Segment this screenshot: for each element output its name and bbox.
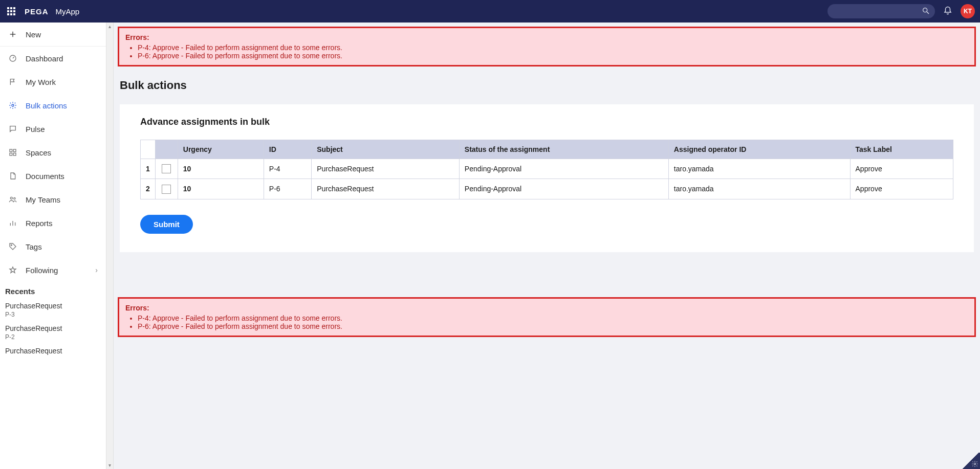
gear-icon [8, 101, 17, 110]
sidebar-item-label: Tags [26, 242, 42, 251]
recents-header: Recents [0, 282, 106, 299]
cell-id: P-4 [264, 159, 311, 179]
row-checkbox[interactable] [162, 185, 171, 194]
sidebar-new[interactable]: New [0, 23, 106, 47]
recent-item[interactable]: PurchaseRequestP-2 [0, 321, 106, 344]
cell-status: Pending-Approval [459, 159, 668, 179]
row-checkbox[interactable] [162, 164, 171, 173]
recent-title: PurchaseRequest [5, 347, 101, 355]
svg-point-11 [14, 197, 15, 199]
column-header: ID [264, 140, 311, 159]
column-header: Task Label [850, 140, 953, 159]
error-item: P-4: Approve - Failed to perform assignm… [138, 43, 968, 52]
svg-rect-8 [10, 153, 12, 155]
error-banner-bottom: Errors: P-4: Approve - Failed to perform… [118, 297, 976, 337]
error-banner-top: Errors: P-4: Approve - Failed to perform… [118, 27, 976, 66]
submit-button[interactable]: Submit [140, 215, 193, 234]
chevron-right-icon: › [95, 266, 98, 274]
cell-status: Pending-Approval [459, 179, 668, 199]
plus-icon [8, 30, 17, 39]
bars-icon [8, 218, 17, 228]
error-item: P-4: Approve - Failed to perform assignm… [138, 314, 968, 322]
svg-point-15 [11, 244, 12, 245]
header-right: KT [827, 4, 975, 18]
people-icon [8, 195, 17, 204]
sidebar-item-pulse[interactable]: Pulse [0, 117, 106, 141]
sidebar-item-dashboard[interactable]: Dashboard [0, 47, 106, 70]
sidebar-item-label: Dashboard [26, 54, 63, 63]
row-number: 2 [141, 179, 156, 199]
svg-line-1 [927, 12, 929, 14]
sidebar-item-my-teams[interactable]: My Teams [0, 188, 106, 211]
error-title: Errors: [125, 33, 968, 41]
svg-rect-9 [13, 153, 16, 155]
global-search[interactable] [827, 4, 935, 18]
sidebar-new-label: New [26, 30, 41, 39]
doc-icon [8, 171, 17, 181]
error-item: P-6: Approve - Failed to perform assignm… [138, 52, 968, 60]
column-header [141, 140, 156, 159]
page-title: Bulk actions [114, 71, 980, 100]
recent-sub: P-2 [5, 333, 101, 341]
cell-urgency: 10 [178, 179, 264, 199]
sidebar-item-label: Bulk actions [26, 101, 67, 110]
dev-tools-toggle[interactable] [962, 453, 980, 469]
table-row: 210P-6PurchaseRequestPending-Approvaltar… [141, 179, 953, 199]
sidebar-item-label: Documents [26, 172, 64, 181]
sidebar-item-my-work[interactable]: My Work [0, 70, 106, 94]
cell-operator: taro.yamada [668, 179, 850, 199]
svg-point-0 [923, 8, 927, 12]
recent-item[interactable]: PurchaseRequest [0, 344, 106, 358]
column-header: Status of the assignment [459, 140, 668, 159]
flag-icon [8, 77, 17, 86]
app-name: MyApp [56, 7, 80, 16]
sidebar-item-bulk-actions[interactable]: Bulk actions [0, 94, 106, 117]
sidebar-item-label: My Work [26, 78, 56, 86]
gauge-icon [8, 54, 17, 63]
cell-subject: PurchaseRequest [312, 159, 460, 179]
app-body: New DashboardMy WorkBulk actionsPulseSpa… [0, 23, 980, 469]
row-number: 1 [141, 159, 156, 179]
scroll-up-icon[interactable]: ▴ [108, 24, 111, 29]
cell-task: Approve [850, 179, 953, 199]
recent-item[interactable]: PurchaseRequestP-3 [0, 299, 106, 321]
svg-point-5 [12, 104, 14, 106]
card-title: Advance assignments in bulk [140, 117, 953, 127]
sidebar-item-label: Spaces [26, 148, 51, 157]
chat-icon [8, 124, 17, 133]
app-header: PEGA MyApp KT [0, 0, 980, 23]
sidebar-item-label: My Teams [26, 195, 60, 204]
scroll-down-icon[interactable]: ▾ [108, 462, 111, 468]
recent-title: PurchaseRequest [5, 302, 101, 310]
sidebar-item-label: Reports [26, 219, 53, 228]
svg-rect-7 [13, 149, 16, 152]
row-select-cell [155, 159, 178, 179]
tag-icon [8, 242, 17, 251]
row-select-cell [155, 179, 178, 199]
table-row: 110P-4PurchaseRequestPending-Approvaltar… [141, 159, 953, 179]
user-avatar[interactable]: KT [961, 4, 975, 18]
sidebar-item-following[interactable]: Following› [0, 258, 106, 282]
star-icon [8, 265, 17, 275]
sidebar-scrollbar[interactable]: ▴ ▾ [106, 23, 114, 469]
error-title: Errors: [125, 304, 968, 312]
app-launcher-icon[interactable] [5, 5, 17, 17]
svg-point-10 [10, 197, 12, 199]
notifications-icon[interactable] [943, 6, 952, 17]
svg-point-16 [974, 463, 976, 465]
brand-label: PEGA [25, 7, 49, 16]
sidebar-item-spaces[interactable]: Spaces [0, 141, 106, 164]
error-item: P-6: Approve - Failed to perform assignm… [138, 322, 968, 330]
grid-icon [8, 148, 17, 157]
column-header: Assigned operator ID [668, 140, 850, 159]
search-icon[interactable] [922, 7, 930, 16]
sidebar-item-reports[interactable]: Reports [0, 211, 106, 235]
svg-rect-6 [10, 149, 12, 152]
main-content: Errors: P-4: Approve - Failed to perform… [114, 23, 980, 469]
search-input[interactable] [833, 8, 922, 15]
cell-task: Approve [850, 159, 953, 179]
column-header: Subject [312, 140, 460, 159]
header-left: PEGA MyApp [5, 5, 79, 17]
sidebar-item-tags[interactable]: Tags [0, 235, 106, 258]
sidebar-item-documents[interactable]: Documents [0, 164, 106, 188]
